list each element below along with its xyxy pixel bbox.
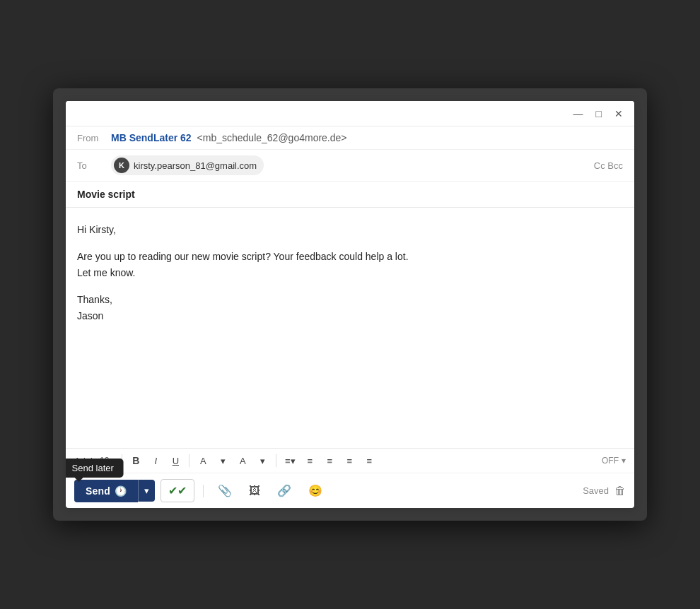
paragraph2-text: Let me know. bbox=[77, 267, 136, 278]
bold-button[interactable]: B bbox=[127, 453, 145, 468]
indent-increase-button[interactable]: ≡ bbox=[360, 454, 378, 468]
title-bar: — □ ✕ bbox=[66, 101, 634, 126]
maximize-button[interactable]: □ bbox=[593, 107, 605, 120]
checkmark-icon: ✔✔ bbox=[168, 484, 187, 497]
underline-button[interactable]: U bbox=[166, 454, 185, 468]
indent-decrease-button[interactable]: ≡ bbox=[340, 454, 358, 468]
font-size-value: 10 bbox=[100, 456, 109, 466]
toolbar-separator-2 bbox=[189, 454, 189, 467]
delete-button[interactable]: 🗑 bbox=[614, 485, 626, 497]
link-icon: 🔗 bbox=[277, 485, 291, 497]
highlight-color-button[interactable]: A bbox=[233, 454, 252, 468]
subject-row: Movie script bbox=[66, 182, 634, 208]
recipient-chip[interactable]: K kirsty.pearson_81@gmail.com bbox=[111, 155, 264, 175]
close-button[interactable]: ✕ bbox=[612, 107, 626, 120]
window-wrapper: — □ ✕ From MB SendLater 62 <mb_schedule_… bbox=[53, 88, 647, 521]
spellcheck-chevron-icon: ▾ bbox=[622, 456, 626, 466]
emoji-icon: 😊 bbox=[308, 485, 322, 497]
link-button[interactable]: 🔗 bbox=[272, 480, 297, 502]
font-color-button[interactable]: ▾ bbox=[214, 454, 232, 468]
attach-icon: 📎 bbox=[218, 485, 232, 497]
font-size-button[interactable]: 10 ▾ bbox=[97, 454, 117, 468]
spellcheck-label: OFF bbox=[602, 456, 619, 466]
action-bar: Send later Send 🕐 ▾ ✔✔ 📎 🖼 bbox=[66, 473, 634, 508]
greeting: Hi Kirsty, bbox=[77, 222, 623, 237]
title-bar-controls: — □ ✕ bbox=[571, 107, 626, 120]
body-closing: Thanks, Jason bbox=[77, 292, 623, 324]
from-row: From MB SendLater 62 <mb_schedule_62@go4… bbox=[66, 126, 634, 150]
closing-text: Thanks, bbox=[77, 294, 112, 305]
spellcheck-toggle[interactable]: OFF ▾ bbox=[602, 456, 626, 466]
align-chevron-icon: ▾ bbox=[291, 456, 296, 466]
email-body[interactable]: Hi Kirsty, Are you up to reading our new… bbox=[66, 208, 634, 448]
ordered-list-button[interactable]: ≡ bbox=[301, 454, 319, 468]
email-window: — □ ✕ From MB SendLater 62 <mb_schedule_… bbox=[66, 101, 634, 508]
send-label: Send bbox=[86, 485, 110, 497]
subject-text: Movie script bbox=[77, 189, 135, 200]
formatting-toolbar: Arial 10 ▾ B I U A ▾ A ▾ bbox=[66, 448, 634, 473]
saved-indicator: Saved 🗑 bbox=[583, 485, 626, 497]
sender-name: MB SendLater 62 bbox=[111, 132, 192, 143]
paragraph1-text: Are you up to reading our new movie scri… bbox=[77, 251, 409, 262]
send-dropdown-chevron-icon: ▾ bbox=[144, 485, 149, 496]
font-size-chevron-icon: ▾ bbox=[110, 456, 115, 466]
font-name-label: Arial bbox=[74, 456, 93, 466]
saved-label: Saved bbox=[583, 485, 609, 496]
send-button[interactable]: Send 🕐 bbox=[74, 480, 138, 502]
text-color-button[interactable]: A bbox=[194, 454, 212, 468]
check-button[interactable]: ✔✔ bbox=[161, 479, 194, 502]
recipient-email: kirsty.pearson_81@gmail.com bbox=[134, 160, 257, 171]
send-group: Send later Send 🕐 ▾ bbox=[74, 480, 155, 502]
sender-email: <mb_schedule_62@go4more.de> bbox=[197, 132, 347, 143]
send-dropdown-button[interactable]: ▾ bbox=[138, 480, 155, 502]
from-label: From bbox=[77, 133, 105, 143]
align-button[interactable]: ≡ ▾ bbox=[281, 454, 299, 468]
highlight-color-chevron[interactable]: ▾ bbox=[253, 454, 272, 468]
to-label: To bbox=[77, 160, 105, 171]
signature-text: Jason bbox=[77, 310, 103, 321]
clock-icon: 🕐 bbox=[115, 485, 127, 497]
toolbar-separator-1 bbox=[122, 454, 122, 467]
action-separator bbox=[203, 485, 204, 497]
toolbar-separator-3 bbox=[276, 454, 276, 467]
image-icon: 🖼 bbox=[249, 485, 260, 497]
attach-button[interactable]: 📎 bbox=[212, 480, 238, 502]
italic-button[interactable]: I bbox=[146, 454, 165, 468]
to-row: To K kirsty.pearson_81@gmail.com Cc Bcc bbox=[66, 150, 634, 182]
emoji-button[interactable]: 😊 bbox=[303, 480, 328, 502]
cc-bcc-button[interactable]: Cc Bcc bbox=[594, 160, 623, 171]
image-button[interactable]: 🖼 bbox=[243, 480, 266, 502]
minimize-button[interactable]: — bbox=[571, 107, 586, 120]
avatar: K bbox=[114, 158, 129, 173]
trash-icon: 🗑 bbox=[614, 485, 626, 497]
body-paragraph1: Are you up to reading our new movie scri… bbox=[77, 249, 623, 280]
unordered-list-button[interactable]: ≡ bbox=[320, 454, 339, 468]
